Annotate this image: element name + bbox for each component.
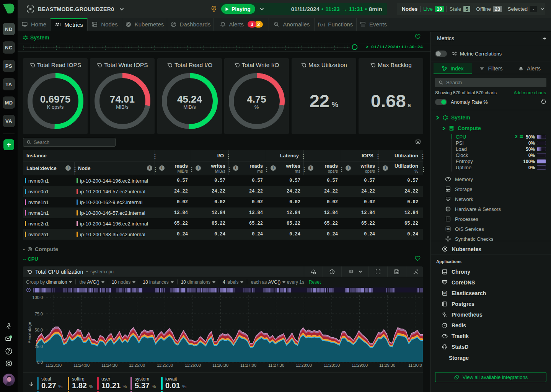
svg-text:OS: OS [443,292,447,294]
svg-text:OS: OS [447,228,450,230]
